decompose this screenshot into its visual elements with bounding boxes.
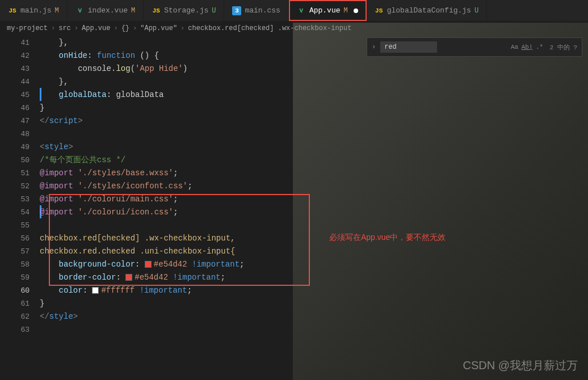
- line-number: 54: [0, 206, 30, 219]
- line-gutter: 4142434445464748495051525354555657585960…: [0, 35, 40, 380]
- vcs-status: M: [131, 7, 135, 15]
- file-icon: JS: [375, 6, 384, 15]
- tab-Storage-js[interactable]: JSStorage.jsU: [144, 0, 224, 21]
- file-icon: 3: [232, 6, 241, 15]
- line-number: 61: [0, 297, 30, 310]
- vcs-status: U: [474, 7, 478, 15]
- line-number: 44: [0, 75, 30, 88]
- tab-globalDataConfig-js[interactable]: JSglobalDataConfig.jsU: [367, 0, 487, 21]
- line-number: 60: [0, 284, 30, 297]
- line-number: 52: [0, 180, 30, 193]
- tab-label: globalDataConfig.js: [387, 6, 471, 15]
- line-number: 45: [0, 88, 30, 102]
- line-number: 53: [0, 193, 30, 206]
- tab-label: index.vue: [88, 6, 128, 15]
- line-number: 49: [0, 141, 30, 154]
- breadcrumb-item[interactable]: {}: [121, 24, 129, 32]
- breadcrumb-item[interactable]: src: [58, 24, 71, 32]
- editor[interactable]: 4142434445464748495051525354555657585960…: [0, 35, 588, 380]
- tab-App-vue[interactable]: VApp.vueM: [289, 0, 367, 21]
- line-number: 63: [0, 323, 30, 336]
- tab-label: Storage.js: [164, 6, 208, 15]
- breadcrumb-item[interactable]: "App.vue": [140, 24, 177, 32]
- tab-main-css[interactable]: 3main.css: [224, 0, 288, 21]
- annotation-text: 必须写在App.vue中，要不然无效: [329, 233, 446, 243]
- vcs-status: M: [343, 7, 347, 15]
- chevron-right-icon: ›: [114, 24, 117, 32]
- breadcrumb-item[interactable]: my-project: [7, 24, 48, 32]
- line-number: 42: [0, 49, 30, 62]
- code-area[interactable]: }, onHide: function () { console.log('Ap…: [40, 35, 588, 380]
- chevron-right-icon: ›: [180, 24, 184, 32]
- tab-label: main.js: [20, 6, 52, 15]
- chevron-right-icon: ›: [133, 24, 137, 32]
- line-number: 41: [0, 36, 30, 49]
- line-number: 59: [0, 271, 30, 284]
- color-swatch-icon: [145, 261, 152, 268]
- file-icon: JS: [8, 6, 17, 15]
- tab-bar: JSmain.jsMVindex.vueMJSStorage.jsU3main.…: [0, 0, 588, 22]
- chevron-right-icon: ›: [74, 24, 78, 32]
- line-number: 58: [0, 258, 30, 271]
- line-number: 50: [0, 154, 30, 167]
- breadcrumb-item[interactable]: checkbox.red[checked] .wx-checkbox-input: [188, 24, 351, 32]
- line-number: 62: [0, 310, 30, 323]
- line-number: 43: [0, 62, 30, 75]
- file-icon: V: [297, 6, 306, 15]
- breadcrumb-item[interactable]: App.vue: [82, 24, 110, 32]
- line-number: 51: [0, 167, 30, 180]
- line-number: 56: [0, 232, 30, 245]
- line-number: 47: [0, 115, 30, 128]
- vcs-status: M: [55, 7, 59, 15]
- chevron-right-icon: ›: [51, 24, 55, 32]
- line-number: 48: [0, 128, 30, 141]
- tab-label: main.css: [245, 6, 280, 15]
- color-swatch-icon: [125, 274, 132, 281]
- tab-label: App.vue: [309, 6, 341, 15]
- file-icon: JS: [152, 6, 161, 15]
- tab-index-vue[interactable]: Vindex.vueM: [68, 0, 144, 21]
- line-number: 46: [0, 102, 30, 115]
- file-icon: V: [75, 6, 85, 15]
- watermark: CSDN @我想月薪过万: [463, 358, 578, 373]
- breadcrumb[interactable]: my-project›src›App.vue›{}›"App.vue"›chec…: [0, 22, 588, 35]
- line-number: 55: [0, 219, 30, 232]
- tab-main-js[interactable]: JSmain.jsM: [0, 0, 68, 21]
- color-swatch-icon: [92, 287, 99, 294]
- vcs-status: U: [212, 7, 216, 15]
- dirty-indicator-icon: [354, 9, 358, 13]
- line-number: 57: [0, 245, 30, 258]
